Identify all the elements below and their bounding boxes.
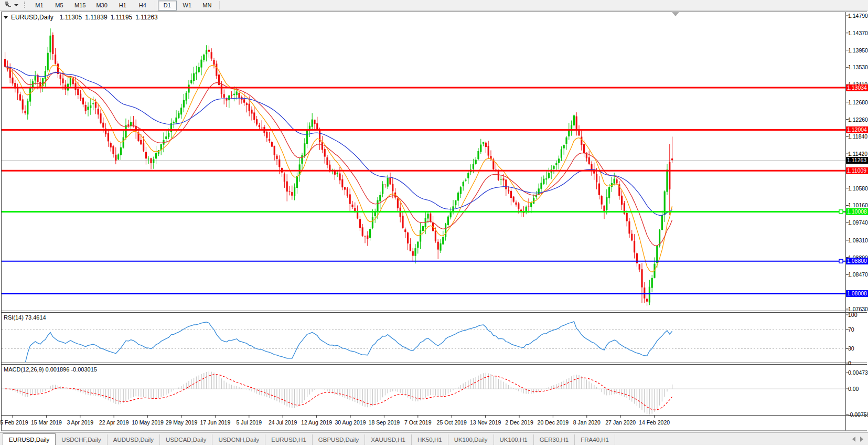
tab-eurusd-daily[interactable]: EURUSD,Daily	[3, 433, 56, 445]
timeframe-button-d1[interactable]: D1	[158, 1, 177, 10]
tabs-scroll-left-icon[interactable]	[852, 437, 855, 442]
chart-canvas[interactable]	[0, 0, 868, 446]
tab-usdcnh-daily[interactable]: USDCNH,Daily	[212, 434, 265, 445]
timeframe-button-m5[interactable]: M5	[50, 1, 69, 10]
tab-gbpusd-daily[interactable]: GBPUSD,Daily	[313, 434, 365, 445]
tab-fra40-h1[interactable]: FRA40,H1	[575, 434, 615, 445]
ohlc-close: 1.11263	[135, 14, 158, 21]
tab-hk50-h1[interactable]: HK50,H1	[412, 434, 448, 445]
timeframe-button-m15[interactable]: M15	[70, 1, 90, 10]
rsi-panel-label: RSI(14) 73.4614	[4, 314, 46, 321]
toolbar-separator	[219, 1, 220, 9]
tab-audusd-daily[interactable]: AUDUSD,Daily	[108, 434, 160, 445]
chart-symbol-label: EURUSD,Daily	[11, 14, 53, 21]
macd-panel-label: MACD(12,26,9) 0.001896 -0.003015	[4, 366, 97, 373]
chart-periods-icon	[4, 1, 12, 10]
timeframe-button-m1[interactable]: M1	[30, 1, 49, 10]
tab-xauusd-h1[interactable]: XAUUSD,H1	[365, 434, 412, 445]
collapse-caret-icon[interactable]	[4, 16, 8, 19]
ohlc-open: 1.11305	[60, 14, 82, 21]
tab-uk100-daily[interactable]: UK100,Daily	[448, 434, 494, 445]
timeframe-button-m30[interactable]: M30	[91, 1, 112, 10]
tab-bar-spacer	[615, 434, 852, 445]
timeframe-button-w1[interactable]: W1	[178, 1, 197, 10]
timeframe-button-h1[interactable]: H1	[113, 1, 132, 10]
tab-eurusd-h1[interactable]: EURUSD,H1	[265, 434, 312, 445]
ohlc-low: 1.11195	[111, 14, 133, 21]
tabs-scroll-right-icon[interactable]	[860, 437, 863, 442]
tab-usdcad-daily[interactable]: USDCAD,Daily	[160, 434, 212, 445]
chart-periods-button[interactable]	[2, 1, 20, 10]
timeframe-toolbar: M1 M5 M15 M30 H1 H4 D1 W1 MN	[0, 0, 868, 11]
tab-usdchf-daily[interactable]: USDCHF,Daily	[56, 434, 107, 445]
toolbar-grip	[24, 2, 26, 9]
timeframe-button-mn[interactable]: MN	[198, 1, 217, 10]
symbol-tab-bar: EURUSD,Daily USDCHF,Daily AUDUSD,Daily U…	[0, 432, 868, 445]
chart-title: EURUSD,Daily 1.11305 1.11839 1.11195 1.1…	[4, 14, 158, 21]
timeframe-buttons: M1 M5 M15 M30 H1 H4 D1 W1 MN	[29, 0, 222, 10]
toolbar-separator	[155, 1, 155, 9]
tab-uk100-h1[interactable]: UK100,H1	[494, 434, 534, 445]
dropdown-caret-icon	[14, 4, 18, 6]
tab-ger30-h1[interactable]: GER30,H1	[534, 434, 575, 445]
ohlc-high: 1.11839	[85, 14, 108, 21]
timeframe-button-h4[interactable]: H4	[133, 1, 152, 10]
